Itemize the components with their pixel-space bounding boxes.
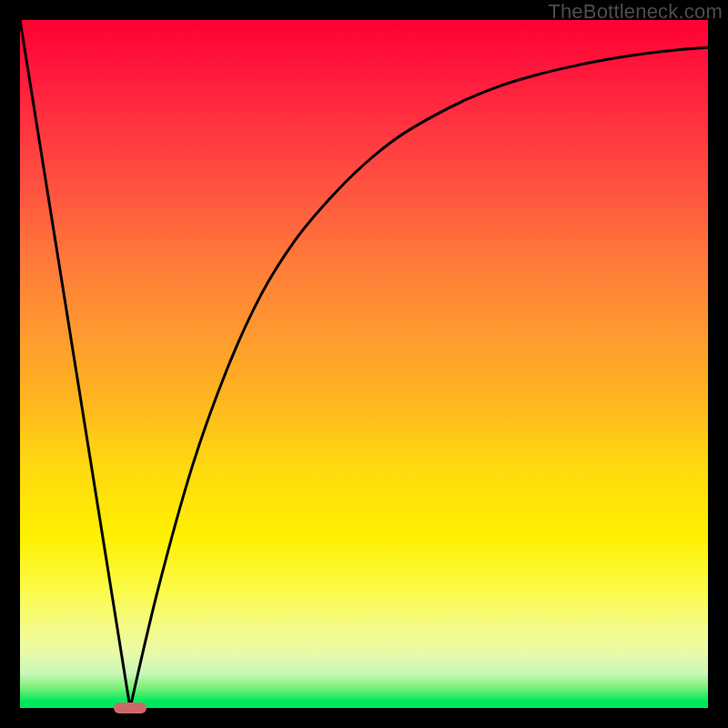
- chart-container: TheBottleneck.com: [0, 0, 728, 728]
- chart-curves: [20, 20, 708, 708]
- curve-right-branch: [130, 47, 708, 708]
- minimum-marker: [114, 703, 147, 713]
- curve-left-branch: [20, 20, 130, 708]
- watermark-text: TheBottleneck.com: [548, 0, 723, 24]
